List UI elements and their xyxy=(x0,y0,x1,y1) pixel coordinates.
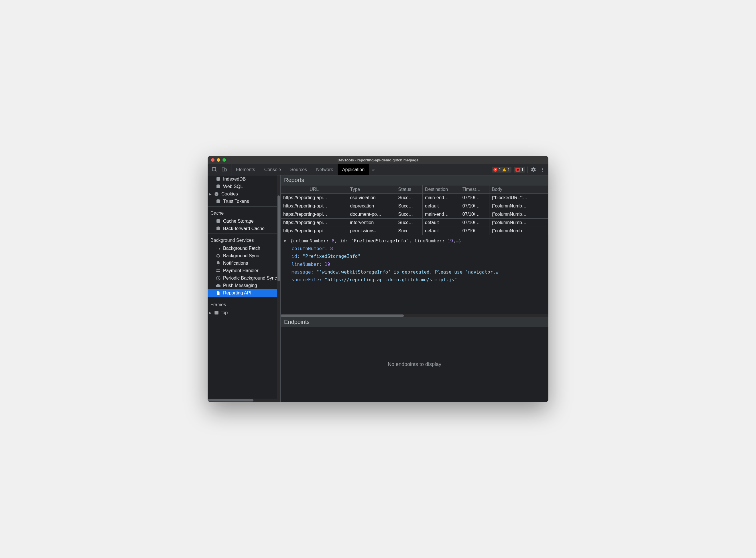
preview-prop[interactable]: message: "'window.webkitStorageInfo' is … xyxy=(284,268,545,276)
table-cell: {"columnNumb… xyxy=(489,219,548,227)
sidebar-item-cookies[interactable]: ▶ Cookies xyxy=(208,190,281,198)
warning-count: 1 xyxy=(502,168,510,172)
table-cell: Succ… xyxy=(396,227,422,235)
table-cell: 07/10/… xyxy=(460,210,489,219)
table-cell: {"columnNumb… xyxy=(489,202,548,210)
database-icon xyxy=(216,184,221,189)
reports-table[interactable]: URL Type Status Destination Timest… Body… xyxy=(281,185,548,235)
tab-elements[interactable]: Elements xyxy=(231,164,260,175)
table-cell: Succ… xyxy=(396,202,422,210)
sidebar-item-label: Periodic Background Sync xyxy=(223,276,277,281)
reporting-api-panel: Reports URL Type Status Destination Time… xyxy=(281,175,548,402)
preview-prop[interactable]: sourceFile: "https://reporting-api-demo.… xyxy=(284,276,545,284)
endpoints-empty-state: No endpoints to display xyxy=(281,327,548,402)
sidebar-item-bg-fetch[interactable]: Background Fetch xyxy=(208,245,281,252)
error-count-value: 2 xyxy=(498,168,501,172)
collapse-icon[interactable]: ▼ xyxy=(284,237,288,245)
sidebar-item-label: IndexedDB xyxy=(223,177,246,182)
sidebar-item-push-messaging[interactable]: Push Messaging xyxy=(208,282,281,289)
table-cell: {"columnNumb… xyxy=(489,227,548,235)
svg-rect-18 xyxy=(215,311,218,314)
sidebar-tree[interactable]: IndexedDB Web SQL ▶ Cookies Trust Tokens… xyxy=(208,175,281,399)
devtools-tabs: Elements Console Sources Network Applica… xyxy=(231,164,378,175)
sidebar-item-payment-handler[interactable]: Payment Handler xyxy=(208,267,281,274)
table-cell: https://reporting-api… xyxy=(281,202,348,210)
expand-icon[interactable]: ▶ xyxy=(209,311,212,315)
error-count: ✕ 2 xyxy=(493,168,501,172)
settings-button[interactable] xyxy=(530,166,537,173)
sidebar-item-label: Trust Tokens xyxy=(223,199,249,204)
column-type[interactable]: Type xyxy=(348,185,396,194)
column-timestamp[interactable]: Timest… xyxy=(460,185,489,194)
svg-point-8 xyxy=(215,192,219,196)
issue-icon xyxy=(515,168,520,172)
table-row[interactable]: https://reporting-api…deprecationSucc…de… xyxy=(281,202,548,210)
sidebar-item-frame-top[interactable]: ▶ top xyxy=(208,309,281,316)
sidebar-item-cache-storage[interactable]: Cache Storage xyxy=(208,218,281,225)
expand-icon[interactable]: ▶ xyxy=(209,192,212,196)
table-row[interactable]: https://reporting-api…permissions-…Succ…… xyxy=(281,227,548,235)
sidebar-item-notifications[interactable]: Notifications xyxy=(208,259,281,267)
sidebar-item-label: Background Sync xyxy=(223,253,259,258)
table-cell: csp-violation xyxy=(348,194,396,202)
tab-application[interactable]: Application xyxy=(338,164,369,175)
window-title: DevTools - reporting-api-demo.glitch.me/… xyxy=(208,158,548,162)
column-status[interactable]: Status xyxy=(396,185,422,194)
svg-point-10 xyxy=(217,194,217,194)
issue-count: 1 xyxy=(515,168,523,172)
sidebar-item-reporting-api[interactable]: Reporting API xyxy=(208,289,281,297)
table-row[interactable]: https://reporting-api…document-po…Succ…m… xyxy=(281,210,548,219)
error-icon: ✕ xyxy=(493,168,497,172)
sidebar-item-bg-sync[interactable]: Background Sync xyxy=(208,252,281,259)
column-url[interactable]: URL xyxy=(281,185,348,194)
tab-network[interactable]: Network xyxy=(312,164,338,175)
divider xyxy=(208,233,281,234)
preview-prop[interactable]: id: "PrefixedStorageInfo" xyxy=(284,252,545,260)
tabs-overflow-button[interactable]: » xyxy=(369,164,378,175)
more-options-button[interactable] xyxy=(539,166,546,173)
table-row[interactable]: https://reporting-api…interventionSucc…d… xyxy=(281,219,548,227)
tab-console[interactable]: Console xyxy=(260,164,286,175)
preview-horizontal-scrollbar[interactable] xyxy=(281,314,548,318)
preview-summary[interactable]: ▼ {columnNumber: 8, id: "PrefixedStorage… xyxy=(284,237,545,245)
sidebar-item-label: Push Messaging xyxy=(223,283,257,288)
sidebar-item-periodic-bg[interactable]: Periodic Background Sync xyxy=(208,274,281,282)
sidebar-item-trust-tokens[interactable]: Trust Tokens xyxy=(208,198,281,205)
bell-icon xyxy=(216,261,221,266)
sidebar-item-bfcache[interactable]: Back-forward Cache xyxy=(208,225,281,232)
sidebar-horizontal-scrollbar[interactable] xyxy=(208,399,281,402)
column-destination[interactable]: Destination xyxy=(423,185,460,194)
sidebar-vertical-scrollbar[interactable] xyxy=(277,175,281,399)
issues-badge[interactable]: 1 xyxy=(514,167,525,173)
sidebar-item-websql[interactable]: Web SQL xyxy=(208,183,281,190)
table-cell: Succ… xyxy=(396,194,422,202)
table-cell: 07/10/… xyxy=(460,227,489,235)
database-icon xyxy=(216,199,221,204)
sidebar-item-label: Payment Handler xyxy=(223,268,259,273)
sidebar-item-label: top xyxy=(221,310,228,315)
sidebar-item-indexeddb[interactable]: IndexedDB xyxy=(208,175,281,183)
main-split: IndexedDB Web SQL ▶ Cookies Trust Tokens… xyxy=(208,175,548,402)
card-icon xyxy=(216,268,221,273)
toolbar-left-group xyxy=(208,164,231,175)
divider xyxy=(528,167,528,173)
inspect-element-icon[interactable] xyxy=(211,166,219,174)
table-cell: https://reporting-api… xyxy=(281,227,348,235)
console-status-badge[interactable]: ✕ 2 1 xyxy=(492,167,512,173)
svg-point-3 xyxy=(542,168,543,169)
cookie-icon xyxy=(214,192,219,197)
preview-prop[interactable]: columnNumber: 8 xyxy=(284,245,545,252)
minimize-window-button[interactable] xyxy=(217,158,220,162)
close-window-button[interactable] xyxy=(211,158,215,162)
device-toggle-icon[interactable] xyxy=(220,166,228,174)
file-icon xyxy=(216,290,221,296)
tab-sources[interactable]: Sources xyxy=(286,164,312,175)
sync-icon xyxy=(216,253,221,258)
column-body[interactable]: Body xyxy=(489,185,548,194)
report-body-preview[interactable]: ▼ {columnNumber: 8, id: "PrefixedStorage… xyxy=(281,235,548,314)
application-sidebar: IndexedDB Web SQL ▶ Cookies Trust Tokens… xyxy=(208,175,281,402)
table-cell: default xyxy=(423,227,460,235)
preview-prop[interactable]: lineNumber: 19 xyxy=(284,260,545,268)
zoom-window-button[interactable] xyxy=(222,158,226,162)
table-row[interactable]: https://reporting-api…csp-violationSucc…… xyxy=(281,194,548,202)
